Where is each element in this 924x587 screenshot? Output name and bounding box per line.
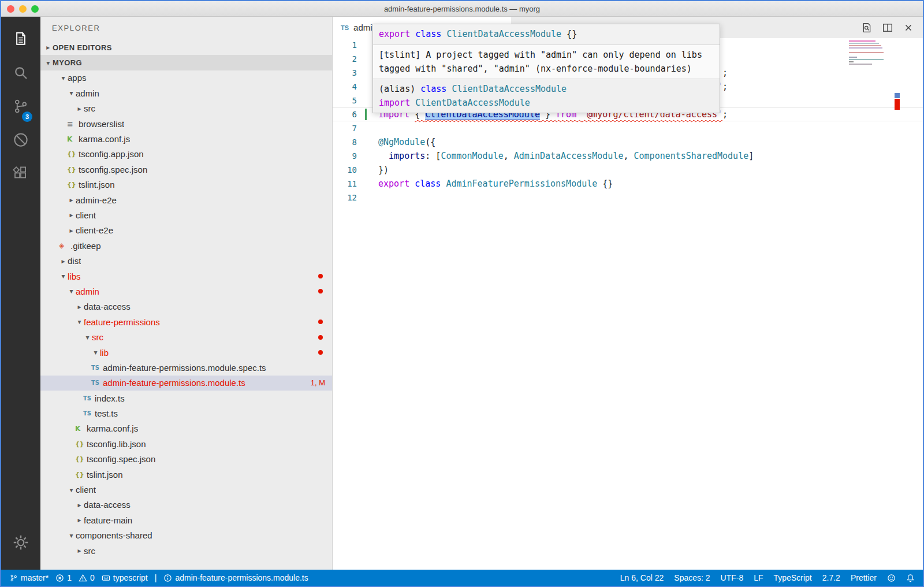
error-dot	[318, 289, 323, 294]
tree-item-src[interactable]: ▸src	[40, 101, 332, 116]
tree-item-gitkeep[interactable]: ◈.gitkeep	[40, 238, 332, 253]
tree-item-libs[interactable]: ▾libs	[40, 269, 332, 284]
find-icon[interactable]	[862, 23, 872, 33]
alias-line: import ClientDataAccessModule	[379, 96, 714, 110]
tree-item-components-shared[interactable]: ▾components-shared	[40, 528, 332, 543]
status-ts-version[interactable]: 2.7.2	[822, 573, 840, 582]
status-active-file-problems[interactable]: admin-feature-permissions.module.ts	[163, 573, 308, 582]
activity-debug[interactable]	[1, 123, 40, 157]
status-encoding[interactable]: UTF-8	[721, 573, 744, 582]
status-tslint-status[interactable]: typescript	[102, 573, 148, 582]
tree-item-data-access[interactable]: ▸data-access	[40, 497, 332, 512]
status-cursor-position[interactable]: Ln 6, Col 22	[620, 573, 664, 582]
tree-item-label: .gitkeep	[70, 241, 101, 251]
tree-item-label: browserslist	[79, 119, 124, 129]
tree-item-data-access[interactable]: ▸data-access	[40, 299, 332, 314]
tree-item-src[interactable]: ▾src	[40, 329, 332, 344]
line-number: 7	[333, 121, 357, 135]
tree-item-karma-conf-js[interactable]: Kkarma.conf.js	[40, 131, 332, 146]
status-git-branch[interactable]: master*	[9, 573, 49, 582]
activity-extensions[interactable]	[1, 157, 40, 190]
tree-item-feature-main[interactable]: ▸feature-main	[40, 512, 332, 527]
tree-item-client[interactable]: ▸client	[40, 207, 332, 222]
tree-item-admin-feature-permissions-module-ts[interactable]: TSadmin-feature-permissions.module.ts1, …	[40, 376, 332, 391]
status-feedback[interactable]	[887, 574, 896, 582]
activity-source-control[interactable]: 3	[1, 90, 40, 123]
tree-item-lib[interactable]: ▾lib	[40, 345, 332, 360]
tree-item-label: tslint.json	[87, 470, 123, 480]
line-number: 12	[333, 191, 357, 205]
tree-item-label: src	[92, 332, 103, 342]
code-editor[interactable]: 123;4';56import { ClientDataAccessModule…	[333, 38, 923, 570]
editor-area: TS admin-feature-permissions.module.ts 1…	[333, 17, 923, 570]
code-token: @NgModule	[378, 137, 425, 147]
activity-search[interactable]	[1, 56, 40, 90]
close-window-button[interactable]	[7, 5, 14, 13]
tree-item-feature-permissions[interactable]: ▾feature-permissions	[40, 314, 332, 329]
status-warnings[interactable]: 0	[79, 573, 95, 582]
close-icon[interactable]	[903, 23, 914, 33]
chevron-right-icon: ▸	[75, 501, 84, 509]
code-line-7[interactable]: 7	[333, 121, 923, 135]
status-errors[interactable]: 1	[55, 573, 72, 582]
tree-item-browserslist[interactable]: ≡browserslist	[40, 116, 332, 131]
code-token: class	[415, 29, 441, 39]
lint-message-line: [tslint] A project tagged with "admin" c…	[379, 48, 714, 62]
tree-item-label: tsconfig.lib.json	[87, 439, 146, 449]
minimap[interactable]	[849, 40, 891, 68]
minimap-line	[849, 61, 891, 63]
activity-bar-top: 3	[1, 23, 40, 190]
window-title: admin-feature-permissions.module.ts — my…	[1, 5, 923, 13]
minimap-line	[849, 54, 891, 56]
status-formatter[interactable]: Prettier	[851, 573, 877, 582]
tree-item-tslint-json[interactable]: {}tslint.json	[40, 467, 332, 482]
status-indentation[interactable]: Spaces: 2	[674, 573, 710, 582]
tree-item-open-editors[interactable]: ▸OPEN EDITORS	[40, 40, 332, 55]
minimize-window-button[interactable]	[19, 5, 27, 13]
tree-item-dist[interactable]: ▸dist	[40, 253, 332, 268]
activity-settings[interactable]	[1, 526, 40, 559]
tree-item-label: data-access	[84, 500, 131, 510]
code-token: ComponentsSharedModule	[634, 151, 749, 161]
tree-item-test-ts[interactable]: TStest.ts	[40, 406, 332, 421]
hover-signature: export class ClientDataAccessModule {}	[373, 24, 720, 44]
code-token	[410, 98, 415, 108]
tree-item-tslint-json[interactable]: {}tslint.json	[40, 177, 332, 192]
error-dot	[318, 350, 323, 355]
bell-icon	[906, 574, 915, 582]
tree-item-tsconfig-app-json[interactable]: {}tsconfig.app.json	[40, 147, 332, 162]
tree-item-admin-feature-permissions-module-spec-ts[interactable]: TSadmin-feature-permissions.module.spec.…	[40, 360, 332, 375]
tree-item-client-e2e[interactable]: ▸client-e2e	[40, 223, 332, 238]
code-line-8[interactable]: 8@NgModule({	[333, 135, 923, 149]
tree-item-admin-e2e[interactable]: ▸admin-e2e	[40, 192, 332, 207]
hover-lint-message: [tslint] A project tagged with "admin" c…	[373, 44, 720, 79]
status-warnings-label: 0	[90, 573, 95, 582]
code-line-11[interactable]: 11export class AdminFeaturePermissionsMo…	[333, 177, 923, 191]
status-eol[interactable]: LF	[754, 573, 763, 582]
tree-item-admin[interactable]: ▾admin	[40, 86, 332, 101]
status-language-mode[interactable]: TypeScript	[774, 573, 812, 582]
tree-item-tsconfig-spec-json[interactable]: {}tsconfig.spec.json	[40, 162, 332, 177]
activity-bar-bottom	[1, 526, 40, 559]
tree-item-label: admin-feature-permissions.module.spec.ts	[103, 363, 266, 373]
tree-item-admin[interactable]: ▾admin	[40, 284, 332, 299]
status-cursor-position-label: Ln 6, Col 22	[620, 573, 664, 582]
tree-item-client[interactable]: ▾client	[40, 482, 332, 497]
tree-item-label: apps	[68, 73, 87, 83]
split-editor-icon[interactable]	[882, 23, 893, 33]
tree-item-src[interactable]: ▸src	[40, 543, 332, 558]
activity-explorer[interactable]	[1, 23, 40, 56]
title-bar: admin-feature-permissions.module.ts — my…	[1, 1, 923, 17]
tree-item-index-ts[interactable]: TSindex.ts	[40, 391, 332, 406]
tree-item-myorg[interactable]: ▾MYORG	[40, 55, 332, 70]
status-notifications[interactable]	[906, 574, 915, 582]
zoom-window-button[interactable]	[31, 5, 39, 13]
tree-item-tsconfig-spec-json[interactable]: {}tsconfig.spec.json	[40, 452, 332, 467]
tree-item-apps[interactable]: ▾apps	[40, 70, 332, 86]
code-line-10[interactable]: 10})	[333, 163, 923, 177]
code-line-9[interactable]: 9 imports: [CommonModule, AdminDataAcces…	[333, 149, 923, 163]
code-line-12[interactable]: 12	[333, 191, 923, 205]
tree-item-karma-conf-js[interactable]: Kkarma.conf.js	[40, 421, 332, 436]
tree-item-tsconfig-lib-json[interactable]: {}tsconfig.lib.json	[40, 436, 332, 451]
line-number: 11	[333, 177, 357, 191]
